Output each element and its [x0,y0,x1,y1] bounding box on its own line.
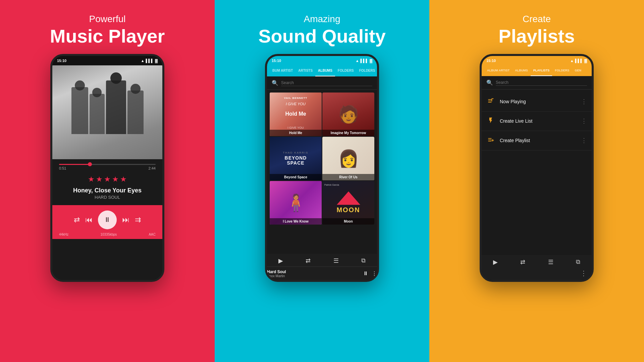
vail-bennett-label: VAIL BENNETT [270,97,322,100]
panel-2-title: Amazing Sound Quality [258,13,386,47]
repeat-button[interactable]: ⇉ [135,216,141,224]
woman-icon: 👩 [338,149,359,168]
status-bar-3: 15:10 ▲ ▌▌▌ ▓ [482,56,592,65]
bottom-player-2: ▶ ⇄ ☰ ⧉ Hard Soul Knox Martin ⏸ ⋮ [267,254,377,280]
albums-grid: VAIL BENNETT I GIVE YOU Hold Me I GIVE Y… [267,90,377,227]
controls-row: ⇄ ⏮ ⏸ ⏭ ⇉ [59,210,156,229]
album-art [52,65,162,159]
wifi-icon: ▲ [141,59,145,63]
bnp-pause[interactable]: ⏸ [363,270,368,277]
star-4[interactable]: ★ [112,175,119,184]
beyond-title: BEYONDSPACE [285,156,307,166]
beyond-artist-label: THAD KARRIS [283,151,309,154]
star-5[interactable]: ★ [120,175,127,184]
tab-folders[interactable]: FOLDERS [335,65,357,76]
panel-1-subtitle: Powerful [50,13,165,25]
bnp-controls: ⏸ ⋮ [363,270,377,277]
play-ctrl[interactable]: ▶ [278,257,283,264]
star-rating[interactable]: ★ ★ ★ ★ ★ [52,172,162,186]
search-bar-3[interactable]: 🔍 [482,76,592,89]
tab3-playlists[interactable]: PLAYLISTS [531,65,552,76]
album-beyond[interactable]: THAD KARRIS BEYONDSPACE Beyond Space [270,137,322,180]
album-imagine-label: Imagine My Tomorrow [322,130,374,136]
bnp-more[interactable]: ⋮ [372,270,377,277]
album-imagine[interactable]: 🧑 Imagine My Tomorrow [322,93,374,136]
tab3-folders[interactable]: FOLDERS [552,65,572,76]
status-icons-1: ▲ ▌▌▌ ▓ [141,59,158,63]
progress-dot [88,162,92,166]
create-playlist-label: Create Playlist [500,138,576,143]
tab-folders-2[interactable]: FOLDERS [357,65,377,76]
format: AAC [149,233,156,236]
wifi-icon-3: ▲ [570,59,574,63]
moon-triangle-shape [337,191,360,205]
next-button[interactable]: ⏭ [122,216,129,224]
more-dots-3[interactable]: ⋮ [580,269,587,277]
tab3-gen[interactable]: GEN [572,65,584,76]
time-current: 0:51 [59,166,66,170]
search-input-2[interactable] [281,80,372,86]
panel-1-main-title: Music Player [50,25,165,47]
phone-1-frame: 15:10 ▲ ▌▌▌ ▓ [50,54,164,282]
band-silhouettes [71,80,144,141]
album-beyond-label: Beyond Space [270,174,322,180]
layers-ctrl-3[interactable]: ⧉ [576,258,580,265]
shuffle-ctrl[interactable]: ⇄ [306,257,311,264]
signal-icon: ▌▌▌ [146,59,154,63]
tab-bar-3: ALBUM ARTIST ALBUMS PLAYLISTS FOLDERS GE… [482,65,592,76]
tab-album-artist[interactable]: BUM ARTIST [270,65,296,76]
pause-icon: ⏸ [104,216,111,224]
album-love[interactable]: 🧍 I Love We Know [270,181,322,225]
bnp-artist: Knox Martin [267,274,286,278]
status-time-1: 15:10 [57,59,66,63]
layers-ctrl[interactable]: ⧉ [361,257,366,264]
moon-author-label: Patrick Garcia [324,184,339,186]
signal-icon-2: ▌▌▌ [361,59,368,63]
phone-1-screen: 15:10 ▲ ▌▌▌ ▓ [52,56,162,280]
search-input-3[interactable] [496,79,587,86]
bnp-title: Hard Soul [267,269,286,274]
album-river[interactable]: 👩 River Of Us [322,137,374,180]
phone-3-screen: 15:10 ▲ ▌▌▌ ▓ ALBUM ARTIST ALBUMS PLAYLI… [482,56,592,280]
playlist-live-list[interactable]: Create Live List ⋮ [482,112,592,131]
prev-button[interactable]: ⏮ [85,216,93,224]
song-artist: HARD SOUL [58,195,157,200]
playlist-now-playing[interactable]: Now Playing ⋮ [482,92,592,112]
now-playing-more[interactable]: ⋮ [581,98,587,105]
panel-1-title: Powerful Music Player [50,13,165,47]
create-playlist-more[interactable]: ⋮ [581,137,587,144]
progress-section[interactable]: 0:51 2:44 [52,159,162,172]
progress-fill [59,164,90,165]
star-2[interactable]: ★ [96,175,103,184]
play-ctrl-3[interactable]: ▶ [493,258,498,266]
shuffle-ctrl-3[interactable]: ⇄ [520,258,525,266]
pause-button[interactable]: ⏸ [98,210,117,229]
playlist-create[interactable]: Create Playlist ⋮ [482,131,592,150]
star-1[interactable]: ★ [88,175,95,184]
queue-music-icon [486,98,495,106]
queue-ctrl[interactable]: ☰ [333,257,339,264]
progress-bar[interactable] [59,164,156,165]
create-playlists-panel: Create Playlists 15:10 ▲ ▌▌▌ ▓ ALBUM ART… [429,0,644,362]
live-list-more[interactable]: ⋮ [581,117,587,125]
panel-3-subtitle: Create [498,13,575,25]
sound-quality-panel: Amazing Sound Quality 15:10 ▲ ▌▌▌ ▓ BUM … [215,0,429,362]
tab-artists[interactable]: ARTISTS [296,65,315,76]
search-bar-2[interactable]: 🔍 [267,76,377,90]
status-time-3: 15:10 [486,59,496,63]
status-icons-2: ▲ ▌▌▌ ▓ [356,59,372,63]
panel-2-main-title: Sound Quality [258,25,386,47]
star-3[interactable]: ★ [104,175,111,184]
audio-info: 44kHz 10335kbps AAC [59,233,156,236]
tab3-album-artist[interactable]: ALBUM ARTIST [484,65,512,76]
album-moon[interactable]: Patrick Garcia MOON Moon [322,181,374,225]
search-icon-2: 🔍 [272,80,278,86]
queue-ctrl-3[interactable]: ☰ [548,258,553,266]
tab-albums[interactable]: ALBUMS [315,65,335,76]
panel-3-main-title: Playlists [498,25,575,47]
lightning-icon [486,117,495,125]
album-hold-me[interactable]: VAIL BENNETT I GIVE YOU Hold Me I GIVE Y… [270,93,322,136]
shuffle-button[interactable]: ⇄ [74,216,80,224]
tab3-albums[interactable]: ALBUMS [512,65,531,76]
battery-icon-2: ▓ [370,59,372,63]
